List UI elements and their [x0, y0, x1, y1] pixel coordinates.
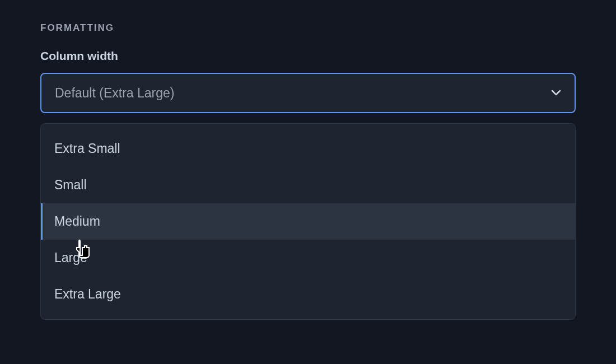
field-label-column-width: Column width: [40, 49, 576, 63]
option-extra-small[interactable]: Extra Small: [41, 130, 575, 167]
column-width-dropdown: Extra Small Small Medium Large Extra Lar…: [40, 123, 576, 320]
option-extra-large[interactable]: Extra Large: [41, 276, 575, 312]
option-small[interactable]: Small: [41, 167, 575, 203]
select-current-value: Default (Extra Large): [55, 86, 174, 101]
option-medium[interactable]: Medium: [41, 203, 575, 240]
option-large[interactable]: Large: [41, 240, 575, 276]
chevron-down-icon: [551, 88, 561, 98]
section-header: FORMATTING: [40, 22, 576, 34]
column-width-select[interactable]: Default (Extra Large): [40, 73, 576, 113]
